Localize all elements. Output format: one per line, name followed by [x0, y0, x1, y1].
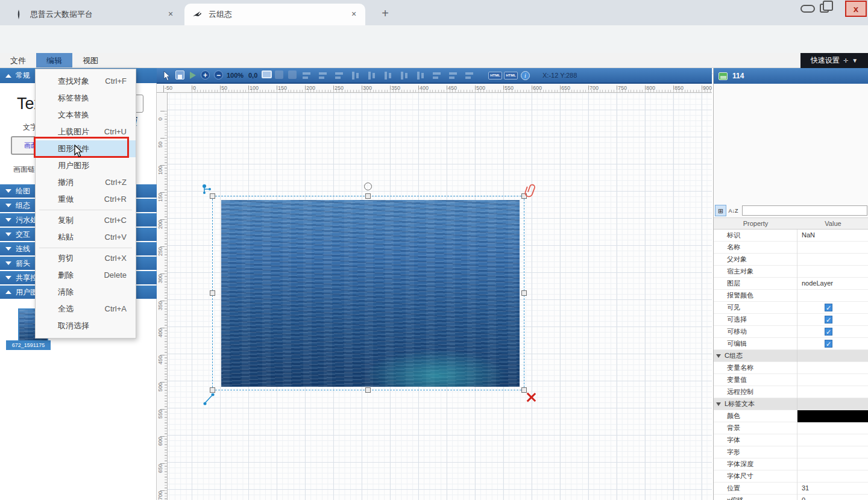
select-cursor-icon[interactable] — [163, 70, 171, 81]
align-top-icon[interactable] — [350, 70, 361, 81]
property-row: 变量名称 — [714, 362, 868, 374]
ungroup-icon[interactable] — [288, 70, 297, 79]
edit-menu-item[interactable]: 全选Ctrl+A — [36, 301, 136, 317]
menu-item-shortcut: Ctrl+R — [104, 191, 127, 208]
quick-settings-button[interactable]: 快速设置 ✛ ▼ — [800, 53, 868, 68]
menubar-item-0[interactable]: 文件 — [0, 53, 36, 67]
property-value[interactable] — [797, 242, 868, 254]
edit-menu-item[interactable]: 粘贴Ctrl+V — [36, 229, 136, 246]
html-preview-icon[interactable]: HTML — [504, 72, 518, 80]
resize-handle-w[interactable] — [210, 290, 215, 296]
property-value[interactable] — [797, 338, 868, 350]
edit-menu-item[interactable]: 取消选择 — [36, 317, 136, 334]
sidebar-section-label: 常规 — [16, 70, 30, 81]
align-bottom-icon[interactable] — [383, 70, 394, 81]
canvas-toolbar: + − 100% 0,0 HTML HTML i X:-12 Y:288 — [157, 68, 712, 84]
edit-menu-item[interactable]: 查找对象Ctrl+F — [36, 73, 136, 90]
new-tab-button[interactable]: + — [377, 6, 393, 22]
run-icon[interactable] — [190, 72, 196, 79]
info-icon[interactable]: i — [521, 71, 530, 80]
window-restore-button[interactable] — [820, 4, 829, 13]
align-right-icon[interactable] — [334, 70, 345, 81]
property-value[interactable] — [797, 434, 868, 446]
vertical-ruler: 0501001502002503003504004505005506006507… — [157, 93, 168, 500]
property-value[interactable]: 31 — [797, 483, 868, 495]
categorize-view-icon[interactable]: ⊞ — [715, 205, 726, 216]
resize-handle-sw[interactable] — [210, 387, 215, 393]
edit-menu-item[interactable]: 文本替换 — [36, 107, 136, 123]
resize-handle-e[interactable] — [521, 290, 527, 296]
property-value[interactable] — [797, 458, 868, 470]
property-value[interactable]: nodeLayer — [797, 278, 868, 290]
tab-cloud-scada[interactable]: 云组态 × — [184, 4, 365, 25]
checkbox-checked-icon[interactable] — [825, 340, 832, 348]
edit-menu-item[interactable]: 用户图形 — [36, 157, 136, 174]
menubar-item-1[interactable]: 编辑 — [36, 53, 72, 67]
property-value[interactable] — [797, 254, 868, 266]
property-value[interactable] — [797, 386, 868, 398]
resize-handle-n[interactable] — [365, 193, 371, 199]
checkbox-checked-icon[interactable] — [825, 328, 832, 336]
scale-handle-icon[interactable] — [203, 393, 215, 405]
window-minimize-button[interactable] — [800, 5, 815, 13]
property-filter-input[interactable] — [742, 205, 867, 216]
alignment-tools — [301, 70, 475, 81]
edit-menu-item[interactable]: 复制Ctrl+C — [36, 212, 136, 229]
property-value[interactable] — [797, 314, 868, 326]
save-icon[interactable] — [175, 70, 184, 80]
checkbox-checked-icon[interactable] — [825, 316, 832, 323]
tab-siyun-platform[interactable]: 思普云大数据平台 × — [6, 4, 182, 25]
delete-x-icon[interactable] — [526, 392, 536, 402]
html-export-icon[interactable]: HTML — [488, 72, 502, 80]
screen-icon[interactable] — [262, 70, 272, 78]
same-height-icon[interactable] — [415, 70, 426, 81]
edit-menu-item[interactable]: 清除 — [36, 284, 136, 301]
property-value[interactable]: 0 — [797, 495, 868, 500]
property-label: 字体深度 — [714, 458, 797, 470]
property-value[interactable] — [797, 290, 868, 302]
property-label: 宿主对象 — [714, 266, 797, 278]
edit-menu-item[interactable]: 撤消Ctrl+Z — [36, 174, 136, 191]
pause-icon[interactable] — [464, 70, 475, 81]
zoom-out-canvas-icon[interactable]: − — [214, 70, 223, 80]
property-grid-header: Property Value — [714, 217, 868, 230]
attachment-paperclip-icon[interactable] — [524, 183, 537, 198]
property-color-swatch[interactable] — [797, 410, 868, 422]
edit-menu-item[interactable]: 删除Delete — [36, 267, 136, 284]
property-label: 可移动 — [714, 326, 797, 338]
property-value[interactable] — [797, 422, 868, 434]
property-row: 位置31 — [714, 483, 868, 495]
menu-item-label: 粘贴 — [58, 229, 74, 246]
distribute-h-icon[interactable] — [432, 70, 442, 81]
edit-menu-item[interactable]: 剪切Ctrl+X — [36, 250, 136, 267]
window-close-button[interactable]: x — [845, 1, 867, 17]
property-value[interactable] — [797, 266, 868, 278]
property-value[interactable] — [797, 374, 868, 386]
tab-close-icon[interactable]: × — [165, 9, 176, 20]
rotate-handle[interactable] — [364, 183, 372, 190]
zoom-in-icon[interactable]: + — [201, 70, 210, 80]
resize-handle-s[interactable] — [365, 387, 371, 393]
property-value[interactable] — [797, 446, 868, 458]
align-middle-icon[interactable] — [366, 70, 377, 81]
align-left-icon[interactable] — [301, 70, 312, 81]
checkbox-checked-icon[interactable] — [825, 304, 832, 311]
property-label: 变量名称 — [714, 362, 797, 374]
property-value[interactable] — [797, 470, 868, 483]
tab-close-icon[interactable]: × — [348, 9, 359, 20]
sort-az-icon[interactable]: A↓Z — [728, 205, 739, 216]
ruler-tick-label: 300 — [363, 85, 372, 91]
property-value[interactable]: NaN — [797, 230, 868, 242]
align-center-h-icon[interactable] — [318, 70, 329, 81]
distribute-v-icon[interactable] — [448, 70, 459, 81]
same-width-icon[interactable] — [399, 70, 410, 81]
property-row: 字体尺寸 — [714, 470, 868, 483]
property-value[interactable] — [797, 302, 868, 314]
menubar-item-2[interactable]: 视图 — [72, 53, 108, 67]
property-value[interactable] — [797, 326, 868, 338]
edit-menu-item[interactable]: 重做Ctrl+R — [36, 191, 136, 208]
property-value[interactable] — [797, 362, 868, 374]
edit-menu-item[interactable]: 标签替换 — [36, 90, 136, 107]
anchor-link-icon[interactable] — [202, 184, 215, 196]
group-icon[interactable] — [275, 70, 283, 79]
